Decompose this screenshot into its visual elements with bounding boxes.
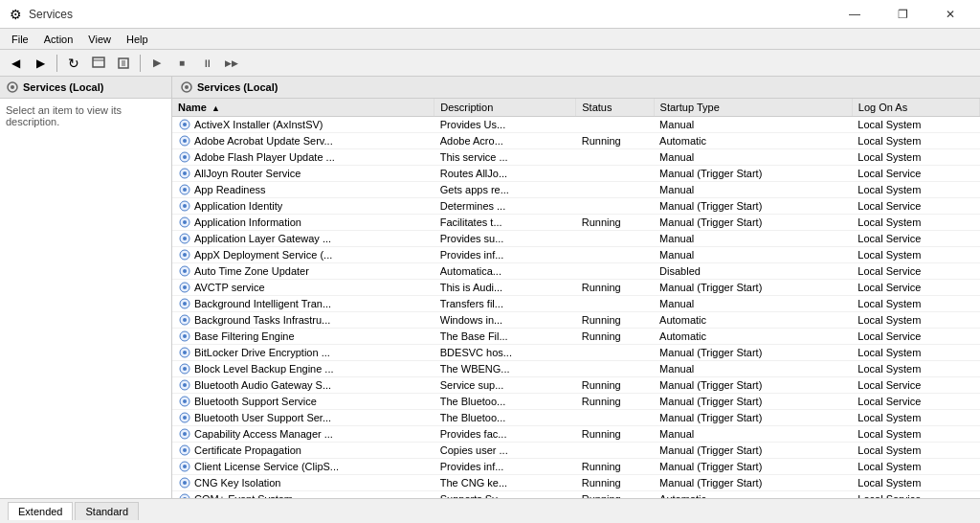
table-row[interactable]: ActiveX Installer (AxInstSV)Provides Us.… [172,117,980,133]
table-row[interactable]: Capability Access Manager ...Provides fa… [172,426,980,443]
service-startup-type: Manual (Trigger Start) [654,459,852,475]
properties-button[interactable] [112,53,135,74]
service-log-on-as: Local Service [852,329,979,345]
table-row[interactable]: Block Level Backup Engine ...The WBENG..… [172,361,980,377]
table-row[interactable]: Application InformationFacilitates t...R… [172,215,980,231]
start-button[interactable]: ▶ [145,53,168,74]
service-status: Running [576,329,654,345]
service-log-on-as: Local Service [852,198,979,215]
service-status: Running [576,491,654,499]
main-layout: Services (Local) Select an item to view … [0,77,980,498]
menu-action[interactable]: Action [36,29,81,49]
resume-button[interactable]: ▶▶ [220,53,243,74]
service-name: Background Intelligent Tran... [194,298,331,309]
services-tbody: ActiveX Installer (AxInstSV)Provides Us.… [172,117,980,499]
table-row[interactable]: Application IdentityDetermines ...Manual… [172,198,980,215]
table-row[interactable]: AllJoyn Router ServiceRoutes AllJo...Man… [172,166,980,182]
table-row[interactable]: Client License Service (ClipS...Provides… [172,459,980,475]
pause-button[interactable]: ⏸ [195,53,218,74]
svg-point-47 [183,416,187,420]
service-description: Routes AllJo... [434,166,576,182]
table-row[interactable]: Background Tasks Infrastru...Windows in.… [172,312,980,329]
menu-help[interactable]: Help [119,29,156,49]
service-startup-type: Automatic [654,133,852,149]
col-header-startup-type[interactable]: Startup Type [654,99,852,117]
service-status [576,345,654,361]
table-row[interactable]: AppX Deployment Service (...Provides inf… [172,247,980,263]
service-log-on-as: Local System [852,475,979,491]
service-row-icon [178,395,191,408]
show-hide-button[interactable] [87,53,110,74]
col-header-description[interactable]: Description [434,99,576,117]
table-row[interactable]: App ReadinessGets apps re...ManualLocal … [172,182,980,198]
service-status [576,182,654,198]
menu-file[interactable]: File [4,29,36,49]
table-row[interactable]: Adobe Flash Player Update ...This servic… [172,149,980,166]
service-name: App Readiness [194,184,266,195]
menu-view[interactable]: View [80,29,119,49]
service-startup-type: Manual (Trigger Start) [654,280,852,296]
service-row-icon [178,378,191,392]
svg-point-39 [183,351,187,354]
maximize-button[interactable]: ❐ [880,0,924,29]
service-log-on-as: Local System [852,459,979,475]
toolbar-sep-2 [140,55,141,72]
service-description: Provides Us... [434,117,576,133]
service-row-icon [178,411,191,424]
table-row[interactable]: Bluetooth Support ServiceThe Bluetoo...R… [172,394,980,410]
window-controls: — ❐ ✕ [833,0,972,29]
svg-point-35 [183,318,187,322]
service-status [576,117,654,133]
table-row[interactable]: AVCTP serviceThis is Audi...RunningManua… [172,280,980,296]
service-status: Running [576,394,654,410]
table-row[interactable]: COM+ Event SystemSupports Sy...RunningAu… [172,491,980,499]
service-row-icon [178,134,191,148]
service-log-on-as: Local System [852,361,979,377]
service-startup-type: Manual [654,149,852,166]
col-header-status[interactable]: Status [576,99,654,117]
service-startup-type: Automatic [654,491,852,499]
service-log-on-as: Local System [852,149,979,166]
table-row[interactable]: Certificate PropagationCopies user ...Ma… [172,443,980,459]
table-row[interactable]: Auto Time Zone UpdaterAutomatica...Disab… [172,263,980,280]
table-row[interactable]: CNG Key IsolationThe CNG ke...RunningMan… [172,475,980,491]
service-log-on-as: Local Service [852,491,979,499]
service-row-icon [178,118,191,131]
services-container[interactable]: Name ▲ Description Status Startup Type L… [172,99,980,498]
table-row[interactable]: Application Layer Gateway ...Provides su… [172,231,980,247]
table-row[interactable]: Adobe Acrobat Update Serv...Adobe Acro..… [172,133,980,149]
tab-extended[interactable]: Extended [8,502,73,520]
stop-button[interactable]: ■ [170,53,193,74]
service-log-on-as: Local System [852,182,979,198]
services-table: Name ▲ Description Status Startup Type L… [172,99,980,498]
col-header-log-on-as[interactable]: Log On As [852,99,979,117]
service-startup-type: Automatic [654,312,852,329]
service-name: CNG Key Isolation [194,477,280,489]
service-row-icon [178,167,191,180]
service-log-on-as: Local System [852,410,979,426]
table-row[interactable]: Bluetooth Audio Gateway S...Service sup.… [172,377,980,394]
forward-button[interactable]: ▶ [29,53,52,74]
sort-arrow-name: ▲ [212,103,220,113]
col-header-name[interactable]: Name ▲ [172,99,434,117]
table-row[interactable]: Background Intelligent Tran...Transfers … [172,296,980,312]
back-button[interactable]: ◀ [4,53,27,74]
service-startup-type: Manual (Trigger Start) [654,198,852,215]
close-button[interactable]: ✕ [928,0,972,29]
table-row[interactable]: BitLocker Drive Encryption ...BDESVC hos… [172,345,980,361]
svg-point-11 [183,123,187,126]
refresh-button[interactable]: ↻ [62,53,85,74]
table-row[interactable]: Bluetooth User Support Ser...The Bluetoo… [172,410,980,426]
service-row-icon [178,492,191,498]
tab-standard[interactable]: Standard [75,502,139,520]
menu-bar: File Action View Help [0,29,980,50]
table-row[interactable]: Base Filtering EngineThe Base Fil...Runn… [172,329,980,345]
service-description: Windows in... [434,312,576,329]
service-log-on-as: Local System [852,443,979,459]
service-log-on-as: Local Service [852,166,979,182]
service-startup-type: Manual [654,231,852,247]
svg-point-15 [183,155,187,159]
minimize-button[interactable]: — [833,0,877,29]
svg-point-55 [183,481,187,485]
svg-point-21 [183,204,187,208]
